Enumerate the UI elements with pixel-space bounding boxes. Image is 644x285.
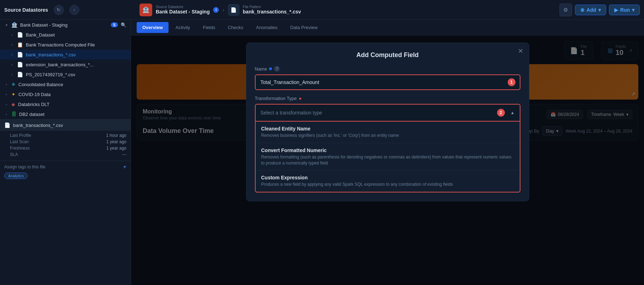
sidebar-item-ps-csv[interactable]: › 📄 PS_20174392719_*.csv — [0, 69, 131, 79]
sidebar-item-label-bank-dataset-staging: Bank Dataset - Staging — [20, 22, 108, 28]
chevron-right-icon-4: › — [10, 63, 14, 67]
source-datastore-label: Source Datastore — [156, 5, 210, 9]
main-content: ▾ 🏦 Bank Dataset - Staging 5 🔍 › 📄 Bank_… — [0, 20, 644, 285]
sidebar-item-bank-dataset[interactable]: › 📄 Bank_Dataset — [0, 30, 131, 40]
standalone-file-item[interactable]: 📄 bank_transactions_*.csv — [0, 119, 131, 131]
badge-count: 5 — [111, 22, 118, 27]
step-2-badge: 2 — [497, 109, 505, 117]
info-badge: i — [213, 7, 219, 13]
right-panel: Overview Activity Fields Checks Anomalie… — [131, 20, 644, 285]
sidebar-item-label-computed-file: Bank Transactions Computed File — [26, 42, 126, 48]
file-pattern-icon: 📄 — [228, 4, 239, 16]
computed-file-icon: 📋 — [17, 42, 23, 48]
dropdown-options: Cleaned Entity Name Removes business sig… — [255, 122, 520, 192]
option-cleaned-entity[interactable]: Cleaned Entity Name Removes business sig… — [256, 122, 520, 143]
ps-csv-icon: 📄 — [17, 72, 23, 77]
add-computed-field-modal: ✕ Add Computed Field Name ? 1 Transfo — [246, 43, 529, 201]
settings-button[interactable]: ⚙ — [559, 4, 572, 16]
sla-value: — — [122, 152, 126, 157]
last-scan-label: Last Scan — [10, 139, 29, 144]
help-icon[interactable]: ? — [274, 66, 280, 72]
file-pattern-label: File Pattern — [243, 5, 301, 9]
tab-fields[interactable]: Fields — [197, 22, 221, 33]
modal-overlay: ✕ Add Computed Field Name ? 1 Transfo — [131, 35, 644, 285]
name-input-wrapper: 1 — [255, 74, 520, 90]
sidebar-item-csv-active[interactable]: › 📄 bank_transactions_*.csv — [0, 50, 131, 60]
add-label: Add — [587, 7, 596, 13]
bank-dataset-staging-label: Bank Dataset - Staging — [156, 9, 210, 15]
required-star: ● — [299, 96, 302, 101]
databricks-icon: ◈ — [11, 101, 15, 107]
tab-overview[interactable]: Overview — [137, 22, 169, 33]
file-icon: 📄 — [17, 32, 23, 38]
tab-checks[interactable]: Checks — [222, 22, 249, 33]
dropdown-placeholder: Select a transformation type — [261, 110, 322, 116]
last-scan-value: 1 year ago — [106, 139, 126, 144]
breadcrumb: 🏦 Source Datastore Bank Dataset - Stagin… — [139, 4, 555, 16]
sla-label: SLA — [10, 152, 18, 157]
tags-section: Assign tags to this file + Analytics — [0, 161, 131, 182]
sidebar-item-db2[interactable]: › 🗄 DB2 dataset — [0, 109, 131, 119]
run-button[interactable]: ▶ Run ▾ — [609, 5, 640, 15]
chevron-right-icon-5: › — [10, 73, 14, 77]
meta-rows: Last Profile 1 hour ago Last Scan 1 year… — [0, 131, 131, 161]
transformation-type-label: Transformation Type ● — [255, 96, 520, 101]
option-convert-numeric-title: Convert Formatted Numeric — [261, 147, 514, 153]
sidebar-item-label-ps-csv: PS_20174392719_*.csv — [26, 72, 126, 77]
top-bar-left: Source Datastores ↻ ‹ — [4, 5, 135, 15]
chevron-right-icon-3: › — [10, 53, 14, 57]
name-input[interactable] — [256, 75, 520, 89]
csv-active-icon: 📄 — [17, 52, 23, 57]
sidebar-item-label-consolidated-balance: Consolidated Balance — [18, 82, 126, 87]
source-datastores-title: Source Datastores — [4, 7, 48, 13]
file-pattern-value: bank_transactions_*.csv — [243, 9, 301, 15]
run-play-icon: ▶ — [614, 7, 618, 13]
option-convert-numeric[interactable]: Convert Formatted Numeric Removes format… — [256, 143, 520, 171]
sidebar-item-label-covid: COVID-19 Data — [18, 92, 126, 97]
tab-data-preview[interactable]: Data Preview — [285, 22, 323, 33]
option-custom-expression[interactable]: Custom Expression Produces a new field b… — [256, 171, 520, 192]
analytics-tag[interactable]: Analytics — [4, 173, 28, 179]
modal-close-button[interactable]: ✕ — [518, 47, 523, 55]
consolidated-balance-icon: ✳ — [11, 82, 16, 87]
sidebar-item-label-db2: DB2 dataset — [19, 112, 126, 117]
tab-activity[interactable]: Activity — [170, 22, 196, 33]
sidebar: ▾ 🏦 Bank Dataset - Staging 5 🔍 › 📄 Bank_… — [0, 20, 131, 285]
search-icon[interactable]: 🔍 — [121, 22, 126, 28]
refresh-button[interactable]: ↻ — [54, 5, 64, 15]
add-tag-button[interactable]: + — [123, 164, 126, 170]
option-cleaned-entity-title: Cleaned Entity Name — [261, 126, 514, 132]
extension-csv-icon: 📄 — [17, 62, 23, 67]
add-button[interactable]: ⊕ Add ▾ — [575, 5, 606, 15]
chevron-down-icon: ▾ — [4, 23, 8, 27]
freshness-label: Freshness — [10, 146, 30, 151]
db2-icon: 🗄 — [11, 111, 16, 117]
transformation-dropdown[interactable]: Select a transformation type 2 ▲ — [256, 105, 520, 121]
option-custom-expression-title: Custom Expression — [261, 175, 514, 180]
sidebar-item-databricks[interactable]: › ◈ Databricks DLT — [0, 99, 131, 109]
chevron-right-icon-2: › — [10, 43, 14, 47]
chevron-right-icon-8: › — [4, 102, 8, 106]
sidebar-item-extension-csv[interactable]: › 📄 extension_bank_transactions_*... — [0, 60, 131, 69]
panel-content: 📄 File 1 ⊞ Fields 10 ↗ ↗ — [131, 35, 644, 285]
back-button[interactable]: ‹ — [69, 5, 79, 15]
tab-anomalies[interactable]: Anomalies — [250, 22, 283, 33]
sidebar-item-label-csv-active: bank_transactions_*.csv — [26, 52, 126, 57]
covid-icon: ✦ — [11, 91, 16, 97]
sidebar-item-bank-dataset-staging[interactable]: ▾ 🏦 Bank Dataset - Staging 5 🔍 — [0, 20, 131, 30]
tabs-row: Overview Activity Fields Checks Anomalie… — [131, 20, 644, 35]
last-scan-row: Last Scan 1 year ago — [10, 139, 126, 145]
transformation-dropdown-wrapper: Select a transformation type 2 ▲ — [255, 104, 520, 122]
standalone-file-label: bank_transactions_*.csv — [13, 123, 126, 128]
add-plus-icon: ⊕ — [580, 7, 585, 13]
last-profile-row: Last Profile 1 hour ago — [10, 132, 126, 139]
sidebar-item-consolidated-balance[interactable]: › ✳ Consolidated Balance — [0, 79, 131, 89]
tags-title: Assign tags to this file — [4, 164, 45, 169]
option-convert-numeric-desc: Removes formatting (such as parenthesis … — [261, 154, 514, 166]
sidebar-item-computed-file[interactable]: › 📋 Bank Transactions Computed File — [0, 40, 131, 50]
option-custom-expression-desc: Produces a new field by applying any val… — [261, 181, 514, 188]
add-chevron-icon: ▾ — [598, 7, 601, 13]
sidebar-item-covid[interactable]: › ✦ COVID-19 Data — [0, 89, 131, 99]
chevron-right-icon-9: › — [4, 112, 8, 116]
last-profile-label: Last Profile — [10, 133, 31, 138]
